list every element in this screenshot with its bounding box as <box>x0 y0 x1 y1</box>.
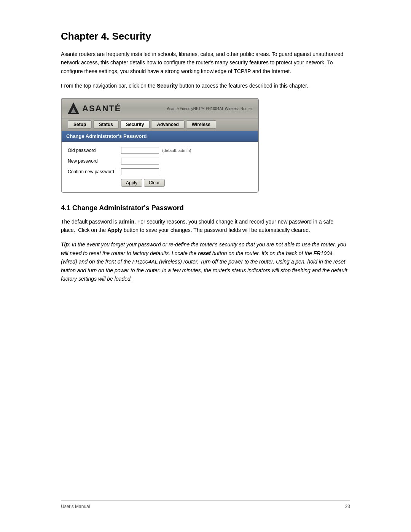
router-model: Asanté FriendlyNET™ FR1004AL Wireless Ro… <box>167 107 252 111</box>
nav-instruction: From the top navigation bar, click on th… <box>61 81 350 90</box>
apply-button[interactable]: Apply <box>121 179 142 187</box>
page-footer: User's Manual 23 <box>61 500 350 509</box>
old-password-label: Old password <box>68 148 121 153</box>
nav-wireless-button[interactable]: Wireless <box>186 120 216 129</box>
asante-triangle-icon <box>68 102 79 114</box>
section-41-title: 4.1 Change Administrator's Password <box>61 204 350 212</box>
old-password-input[interactable] <box>121 147 159 154</box>
new-password-input[interactable] <box>121 158 159 165</box>
old-password-hint: (default: admin) <box>162 148 191 153</box>
password-form: Old password (default: admin) New passwo… <box>62 142 258 192</box>
nav-advanced-button[interactable]: Advanced <box>151 120 184 129</box>
confirm-password-label: Confirm new password <box>68 169 121 174</box>
section-41-tip: Tip: In the event you forget your passwo… <box>61 240 350 283</box>
form-buttons-area: Apply Clear <box>121 179 252 187</box>
asante-logo: ASANTÉ <box>68 102 121 115</box>
footer-left-label: User's Manual <box>61 504 90 509</box>
router-content-area: Change Administrator's Password Old pass… <box>62 131 258 192</box>
chapter-title: Chapter 4. Security <box>61 30 350 42</box>
confirm-password-row: Confirm new password <box>68 168 252 175</box>
clear-button[interactable]: Clear <box>144 179 165 187</box>
change-password-section-header: Change Administrator's Password <box>62 131 258 142</box>
router-nav-bar: Setup Status Security Advanced Wireless <box>62 118 258 131</box>
router-ui-screenshot: ASANTÉ Asanté FriendlyNET™ FR1004AL Wire… <box>61 98 259 193</box>
confirm-password-input[interactable] <box>121 168 159 175</box>
intro-paragraph: Asanté routers are frequently installed … <box>61 50 350 75</box>
new-password-row: New password <box>68 158 252 165</box>
router-header: ASANTÉ Asanté FriendlyNET™ FR1004AL Wire… <box>62 99 258 118</box>
old-password-row: Old password (default: admin) <box>68 147 252 154</box>
nav-security-button[interactable]: Security <box>120 120 150 129</box>
section-41-paragraph1: The default password is admin. For secur… <box>61 217 350 235</box>
footer-page-number: 23 <box>345 504 350 509</box>
new-password-label: New password <box>68 158 121 164</box>
nav-setup-button[interactable]: Setup <box>68 120 92 129</box>
nav-status-button[interactable]: Status <box>93 120 119 129</box>
brand-name: ASANTÉ <box>82 104 121 113</box>
